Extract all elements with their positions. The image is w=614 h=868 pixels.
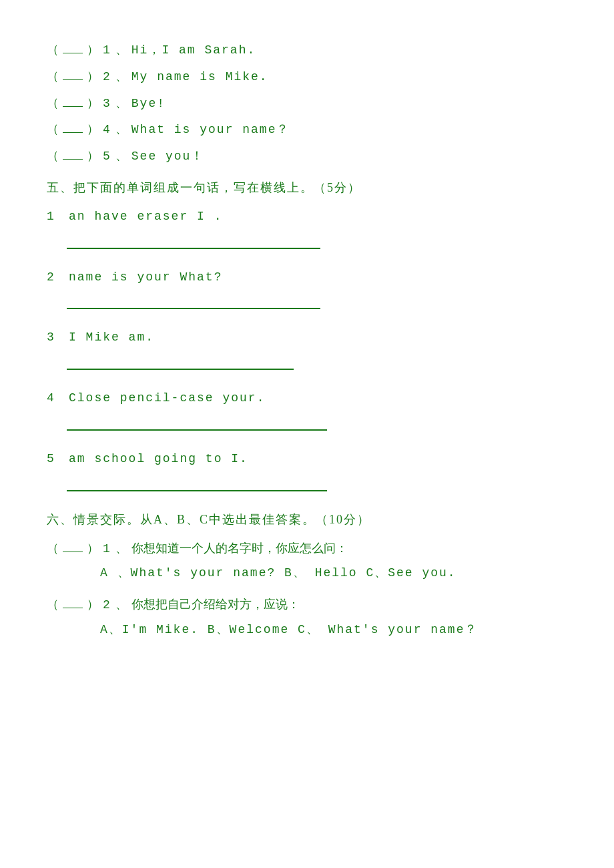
- item-content: Bye!: [131, 94, 166, 114]
- answer-blank[interactable]: [63, 93, 83, 107]
- word-row: 2 name is your What?: [47, 268, 567, 287]
- item-separator: 、: [115, 40, 127, 59]
- paren-open: （: [47, 40, 59, 59]
- list-item: （ ） 1 、 Hi，I am Sarah.: [47, 40, 567, 60]
- paren-open: （: [47, 146, 59, 166]
- paren-close: ）: [87, 595, 99, 614]
- question-row: （ ） 2 、 你想把自己介绍给对方，应说：: [47, 595, 567, 615]
- item-words: an have eraser I .: [69, 207, 222, 226]
- paren-close: ）: [87, 93, 99, 113]
- item-num: 3: [47, 328, 63, 347]
- answer-blank[interactable]: [63, 146, 83, 160]
- word-arrange-item-4: 4 Close pencil-case your.: [47, 389, 567, 431]
- answer-blank[interactable]: [63, 539, 83, 552]
- q-num: 1: [103, 539, 111, 559]
- section5-title: 五、把下面的单词组成一句话，写在横线上。（5分）: [47, 178, 567, 198]
- answer-line[interactable]: [67, 233, 320, 249]
- item-content: Hi，I am Sarah.: [131, 41, 256, 60]
- item-content: What is your name？: [131, 120, 290, 140]
- answer-line[interactable]: [67, 293, 320, 309]
- item-separator: 、: [115, 146, 127, 166]
- item-separator: 、: [115, 120, 127, 139]
- options-row: A 、What's your name? B、 Hello C、See you.: [100, 564, 567, 583]
- item-words: am school going to I.: [69, 449, 248, 469]
- list-item: （ ） 3 、 Bye!: [47, 93, 567, 114]
- word-arrange-item-2: 2 name is your What?: [47, 268, 567, 310]
- list-item: （ ） 2 、 My name is Mike.: [47, 67, 567, 87]
- item-words: Close pencil-case your.: [69, 389, 265, 408]
- paren-close: ）: [87, 146, 99, 166]
- answer-line[interactable]: [67, 354, 294, 370]
- item-words: I Mike am.: [69, 328, 154, 347]
- paren-open: （: [47, 120, 59, 139]
- section5: 五、把下面的单词组成一句话，写在横线上。（5分） 1 an have erase…: [47, 178, 567, 491]
- section6-title: 六、情景交际。从A、B、C中选出最佳答案。（10分）: [47, 510, 567, 529]
- q-text: 你想知道一个人的名字时，你应怎么问：: [131, 539, 348, 558]
- paren-close: ）: [87, 539, 99, 558]
- answer-blank[interactable]: [63, 67, 83, 80]
- answer-blank[interactable]: [63, 40, 83, 53]
- item-num: 2: [47, 268, 63, 287]
- paren-close: ）: [87, 67, 99, 86]
- q-sep: 、: [115, 595, 127, 614]
- word-arrange-item-1: 1 an have eraser I .: [47, 207, 567, 249]
- section6-item-2: （ ） 2 、 你想把自己介绍给对方，应说： A、I'm Mike. B、Wel…: [47, 595, 567, 640]
- paren-open: （: [47, 595, 59, 614]
- word-row: 4 Close pencil-case your.: [47, 389, 567, 408]
- item-num: 4: [47, 389, 63, 408]
- question-row: （ ） 1 、 你想知道一个人的名字时，你应怎么问：: [47, 539, 567, 559]
- paren-open: （: [47, 67, 59, 86]
- list-item: （ ） 5 、 See you！: [47, 146, 567, 166]
- item-text: 5: [103, 147, 111, 166]
- q-text: 你想把自己介绍给对方，应说：: [131, 595, 300, 614]
- item-separator: 、: [115, 67, 127, 86]
- word-arrange-item-3: 3 I Mike am.: [47, 328, 567, 370]
- section4: （ ） 1 、 Hi，I am Sarah. （ ） 2 、 My name i…: [47, 40, 567, 166]
- word-arrange-item-5: 5 am school going to I.: [47, 449, 567, 491]
- word-row: 5 am school going to I.: [47, 449, 567, 469]
- item-separator: 、: [115, 93, 127, 113]
- options-row: A、I'm Mike. B、Welcome C、 What's your nam…: [100, 620, 567, 640]
- answer-line[interactable]: [67, 475, 327, 491]
- item-text: 2: [103, 67, 111, 87]
- paren-open: （: [47, 539, 59, 558]
- word-row: 1 an have eraser I .: [47, 207, 567, 226]
- word-row: 3 I Mike am.: [47, 328, 567, 347]
- q-num: 2: [103, 596, 111, 615]
- item-num: 1: [47, 207, 63, 226]
- item-num: 5: [47, 449, 63, 469]
- item-content: See you！: [131, 147, 205, 166]
- answer-blank[interactable]: [63, 595, 83, 608]
- list-item: （ ） 4 、 What is your name？: [47, 120, 567, 140]
- answer-blank[interactable]: [63, 120, 83, 133]
- section4-list: （ ） 1 、 Hi，I am Sarah. （ ） 2 、 My name i…: [47, 40, 567, 166]
- paren-close: ）: [87, 120, 99, 139]
- q-sep: 、: [115, 539, 127, 558]
- item-text: 4: [103, 120, 111, 140]
- paren-open: （: [47, 93, 59, 113]
- section6-item-1: （ ） 1 、 你想知道一个人的名字时，你应怎么问： A 、What's you…: [47, 539, 567, 584]
- item-words: name is your What?: [69, 268, 222, 287]
- item-text: 1: [103, 41, 111, 60]
- section6: 六、情景交际。从A、B、C中选出最佳答案。（10分） （ ） 1 、 你想知道一…: [47, 510, 567, 640]
- answer-line[interactable]: [67, 415, 327, 431]
- item-content: My name is Mike.: [131, 67, 268, 87]
- item-text: 3: [103, 94, 111, 114]
- paren-close: ）: [87, 40, 99, 59]
